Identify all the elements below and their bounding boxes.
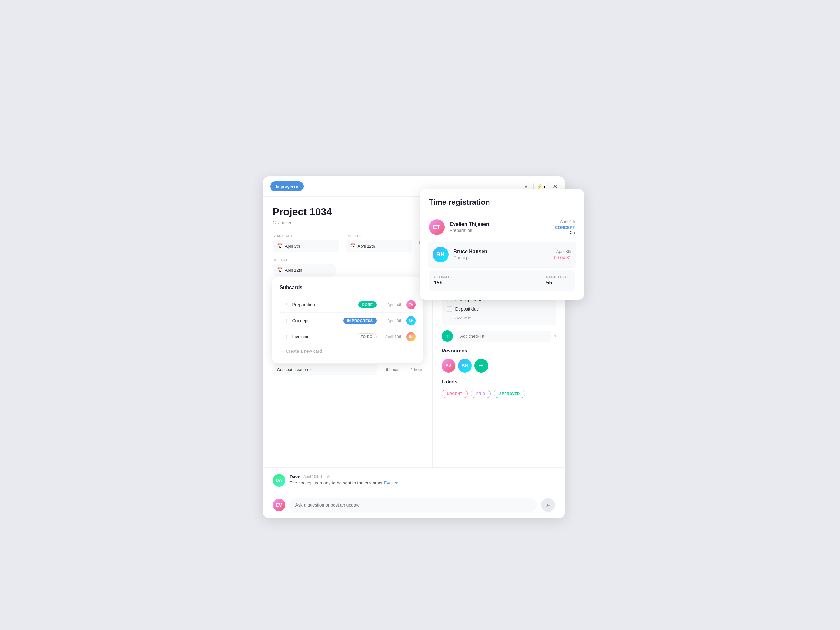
comment-header: Dave April 10th 10:59 — [290, 474, 555, 479]
labels-row: URGENT PRIO APPROVED — [442, 390, 556, 398]
comment-body: Dave April 10th 10:59 The concept is rea… — [290, 474, 555, 487]
comment-avatar: DA — [273, 474, 285, 487]
subcard-avatar-invoicing: IN — [406, 332, 416, 341]
status-badge-preparation[interactable]: DONE — [358, 302, 377, 308]
project-title: Project 1034 — [273, 206, 422, 218]
comment-text-content: The concept is ready to be sent to the c… — [290, 480, 384, 485]
status-badge-invoicing[interactable]: TO DO — [357, 333, 376, 340]
label-prio[interactable]: PRIO — [471, 390, 491, 398]
total-estimate-value: 15h — [434, 280, 452, 286]
time-name-evelien: Evelien Thijssen — [450, 221, 550, 227]
label-approved[interactable]: APPROVED — [494, 390, 525, 398]
comment-input[interactable] — [289, 498, 537, 512]
time-name-bruce: Bruce Hansen — [453, 249, 549, 254]
due-date-label: Due date — [273, 258, 422, 262]
drag-handle-preparation[interactable]: ⋮⋮ — [280, 302, 289, 307]
current-user-avatar: EV — [273, 499, 285, 511]
time-date-col-bruce: April 8th 00:04:31 — [554, 249, 572, 260]
start-date-value: April 3th — [285, 244, 300, 248]
time-hours-evelien: 5h — [555, 230, 575, 235]
subcards-panel: Subcards ⋮⋮ Preparation DONE April 4th E… — [272, 277, 423, 363]
calendar-icon-end: 📅 — [350, 243, 355, 248]
resources-title: Resources — [442, 348, 556, 354]
start-date-field: Start date 📅 April 3th — [273, 234, 339, 252]
subcard-date-preparation: April 4th — [381, 302, 403, 307]
total-estimate: ESTIMATE 15h — [434, 275, 452, 286]
dates-row: Start date 📅 April 3th End date 📅 April … — [273, 234, 422, 252]
subcard-row-preparation: ⋮⋮ Preparation DONE April 4th EV — [280, 297, 416, 313]
subcards-title: Subcards — [280, 285, 416, 291]
time-entry-bruce: BH Bruce Hansen Concept April 8th 00:04:… — [428, 242, 576, 268]
dropdown-chevron: ▾ — [310, 368, 312, 372]
resources-section: Resources EV BH + — [442, 348, 556, 373]
drag-handle-invoicing[interactable]: ⋮⋮ — [280, 334, 289, 339]
time-avatar-bruce: BH — [433, 246, 448, 262]
total-registered: REGISTERED 5h — [546, 275, 570, 286]
add-checklist-input[interactable] — [456, 331, 551, 342]
subcard-avatar-concept: BH — [406, 316, 416, 325]
time-entry-evelien: ET Evelien Thijssen Preparation April 4t… — [429, 214, 575, 240]
subcard-name-invoicing: Invoicing — [292, 334, 353, 339]
arrow-button[interactable]: → — [310, 183, 316, 189]
checklist-dropdown-icon: ▾ — [554, 334, 556, 338]
subcard-date-concept: April 8th — [381, 319, 403, 323]
time-registration-title: Time registration — [429, 198, 575, 207]
comment-section: DA Dave April 10th 10:59 The concept is … — [263, 467, 565, 498]
end-date-input[interactable]: 📅 April 12th — [346, 240, 412, 252]
lightning-icon: ⚡ — [537, 184, 542, 189]
add-resource-button[interactable]: + — [474, 359, 488, 373]
subcard-name-concept: Concept — [292, 318, 339, 323]
time-concept-badge-evelien: CONCEPT — [555, 225, 575, 230]
time-date-evelien: April 4th — [555, 219, 575, 224]
due-date-value: April 12th — [285, 268, 302, 273]
scene: In progress → ★ ⚡ ▾ ✕ Project 1034 C. Ja… — [263, 170, 578, 460]
due-date-input[interactable]: 📅 April 12th — [273, 264, 336, 276]
create-new-card[interactable]: ↳ Create a new card — [280, 345, 416, 355]
total-registered-label: REGISTERED — [546, 275, 570, 279]
subcard-date-invoicing: April 10th — [381, 335, 403, 339]
send-button[interactable]: ➤ — [541, 498, 555, 512]
end-date-label: End date — [346, 234, 412, 238]
add-checklist-button[interactable]: + — [442, 330, 453, 342]
subcard-row-invoicing: ⋮⋮ Invoicing TO DO April 10th IN — [280, 329, 416, 345]
create-new-card-label: Create a new card — [286, 349, 322, 354]
subcard-avatar-preparation: EV — [406, 300, 416, 309]
labels-section: Labels URGENT PRIO APPROVED — [442, 379, 556, 398]
add-checklist-row: + ▾ — [442, 330, 556, 342]
checkbox-deposit[interactable] — [447, 306, 452, 312]
drag-handle-concept[interactable]: ⋮⋮ — [280, 318, 289, 323]
time-running-bruce: 00:04:31 — [554, 255, 572, 260]
end-date-field: End date 📅 April 12th — [346, 234, 412, 252]
time-info-bruce: Bruce Hansen Concept — [453, 249, 549, 260]
time-task-bruce: Concept — [453, 255, 549, 260]
start-date-label: Start date — [273, 234, 339, 238]
resource-avatar-2: BH — [458, 359, 472, 373]
comment-item: DA Dave April 10th 10:59 The concept is … — [273, 474, 555, 487]
checklist-text-deposit: Deposit due — [455, 306, 479, 311]
comment-input-row: EV ➤ — [263, 498, 565, 518]
subcard-row-concept: ⋮⋮ Concept IN PROGRESS April 8th BH — [280, 313, 416, 329]
activity-dropdown[interactable]: Concept creation ▾ — [273, 364, 377, 375]
total-registered-value: 5h — [546, 280, 570, 286]
time-registration-panel: Time registration ET Evelien Thijssen Pr… — [420, 189, 584, 300]
subcard-name-preparation: Preparation — [292, 302, 355, 307]
time-info-evelien: Evelien Thijssen Preparation — [450, 221, 550, 233]
label-urgent[interactable]: URGENT — [442, 390, 468, 398]
resource-avatar-1: EV — [442, 359, 455, 373]
activity-estimate: 6 hours — [381, 367, 400, 372]
time-date-bruce: April 8th — [554, 249, 572, 254]
comment-text: The concept is ready to be sent to the c… — [290, 480, 555, 485]
activity-name: Concept creation — [277, 367, 308, 372]
status-button[interactable]: In progress — [270, 182, 304, 191]
comment-time: April 10th 10:59 — [303, 474, 330, 479]
calendar-icon-start: 📅 — [277, 243, 283, 248]
add-item-label[interactable]: Add item — [447, 314, 551, 321]
comment-mention: Evelien — [384, 480, 398, 485]
time-totals: ESTIMATE 15h REGISTERED 5h — [429, 270, 575, 291]
resources-avatar-group: EV BH + — [442, 359, 556, 373]
checklist-item-deposit: Deposit due — [447, 304, 551, 314]
activity-remaining: 1 hour — [403, 367, 422, 372]
status-badge-concept[interactable]: IN PROGRESS — [343, 317, 377, 324]
start-date-input[interactable]: 📅 April 3th — [273, 240, 339, 252]
calendar-icon-due: 📅 — [277, 267, 283, 273]
